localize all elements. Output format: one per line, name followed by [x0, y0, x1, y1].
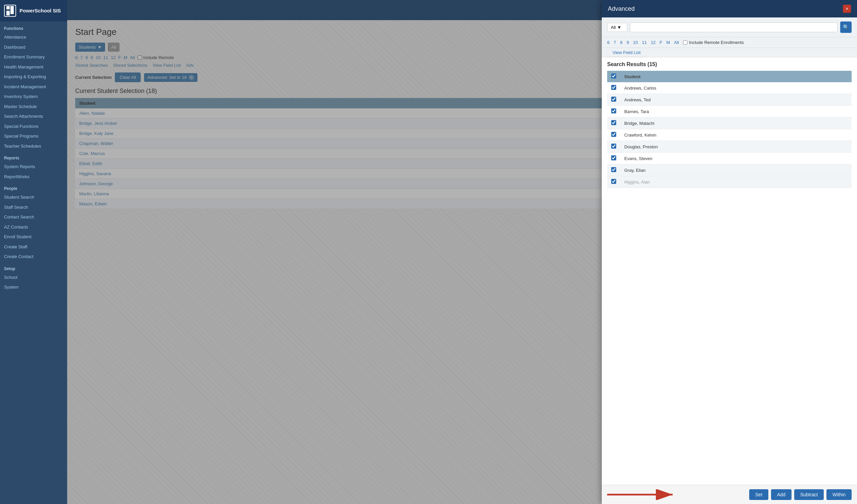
result-checkbox[interactable] [611, 167, 616, 172]
sidebar-item-special-functions[interactable]: Special Functions [0, 121, 67, 132]
panel-grade-8[interactable]: 8 [620, 40, 622, 45]
result-checkbox[interactable] [611, 97, 616, 102]
sidebar-item-health-management[interactable]: Health Management [0, 62, 67, 72]
advanced-panel-body: Search Results (15) Student Andrews, Car… [602, 57, 857, 485]
sidebar-item-create-contact[interactable]: Create Contact [0, 252, 67, 262]
sidebar-item-attendance[interactable]: Attendance [0, 32, 67, 42]
panel-grade-6[interactable]: 6 [607, 40, 609, 45]
set-button[interactable]: Set [749, 489, 768, 500]
add-button[interactable]: Add [771, 489, 791, 500]
select-all-checkbox[interactable] [611, 73, 616, 79]
list-item[interactable]: Andrews, Ted [607, 94, 852, 106]
panel-grade-9[interactable]: 9 [627, 40, 629, 45]
svg-rect-0 [6, 6, 10, 10]
list-item[interactable]: Crawford, Kelvin [607, 129, 852, 141]
sidebar-item-staff-search[interactable]: Staff Search [0, 202, 67, 212]
subtract-button[interactable]: Subtract [794, 489, 824, 500]
reports-section-label: Reports [0, 151, 67, 162]
advanced-panel-footer: Set Add Subtract Within [602, 485, 857, 504]
sidebar-item-contact-search[interactable]: Contact Search [0, 212, 67, 222]
main-content: Start Page Students ▼ All 6 7 8 9 10 11 … [67, 0, 857, 504]
search-results-title: Search Results (15) [607, 62, 852, 67]
red-arrow-container [607, 489, 746, 500]
advanced-panel-grades-row: 6 7 8 9 10 11 12 F M All Include Remote … [602, 37, 857, 48]
panel-grade-7[interactable]: 7 [614, 40, 616, 45]
close-icon: × [845, 6, 848, 12]
list-item[interactable]: Douglas, Preston [607, 141, 852, 153]
sidebar-item-student-search[interactable]: Student Search [0, 192, 67, 202]
include-remote-panel-checkbox[interactable] [683, 40, 687, 45]
panel-grade-11[interactable]: 11 [642, 40, 646, 45]
panel-grade-10[interactable]: 10 [633, 40, 638, 45]
list-item[interactable]: Bridge, Malachi [607, 118, 852, 129]
results-student-header: Student [620, 71, 852, 82]
search-type-dropdown[interactable]: All ▼ [607, 23, 627, 32]
sidebar-item-enrollment-summary[interactable]: Enrollment Summary [0, 52, 67, 62]
advanced-panel: Advanced × All ▼ 🔍 6 7 8 9 10 11 12 F M [602, 0, 857, 504]
sidebar-item-master-schedule[interactable]: Master Schedule [0, 102, 67, 112]
chevron-down-icon: ▼ [617, 25, 621, 30]
list-item[interactable]: Gray, Elian [607, 164, 852, 176]
list-item[interactable]: Andrews, Carlos [607, 82, 852, 94]
sidebar-item-importing-exporting[interactable]: Importing & Exporting [0, 72, 67, 82]
result-checkbox[interactable] [611, 85, 616, 90]
sidebar-item-dashboard[interactable]: Dashboard [0, 42, 67, 52]
svg-rect-1 [6, 11, 10, 15]
panel-search-input[interactable] [630, 22, 838, 32]
powerschool-logo [4, 5, 16, 17]
panel-grade-12[interactable]: 12 [651, 40, 656, 45]
list-item[interactable]: Evans, Steven [607, 153, 852, 164]
within-button[interactable]: Within [826, 489, 852, 500]
sidebar-item-reportworks[interactable]: ReportWorks [0, 172, 67, 182]
sidebar-item-search-attachments[interactable]: Search Attachments [0, 111, 67, 121]
sidebar-item-teacher-schedules[interactable]: Teacher Schedules [0, 141, 67, 151]
panel-grade-f[interactable]: F [659, 40, 662, 45]
result-checkbox[interactable] [611, 132, 616, 137]
panel-grade-all[interactable]: All [674, 40, 679, 45]
results-table: Student Andrews, CarlosAndrews, TedBarne… [607, 71, 852, 188]
list-item[interactable]: Barnes, Tara [607, 106, 852, 118]
svg-rect-2 [11, 6, 14, 14]
sidebar-item-az-contacts[interactable]: AZ Contacts [0, 222, 67, 232]
app-title: PowerSchool SIS [19, 8, 61, 14]
panel-close-button[interactable]: × [843, 5, 851, 13]
sidebar-item-system[interactable]: System [0, 282, 67, 292]
advanced-panel-search-row: All ▼ 🔍 [602, 17, 857, 37]
panel-view-field-list-link[interactable]: View Field List [607, 49, 646, 57]
sidebar-item-inventory-system[interactable]: Inventory System [0, 92, 67, 102]
search-icon: 🔍 [843, 24, 849, 30]
people-section-label: People [0, 181, 67, 192]
sidebar-item-create-staff[interactable]: Create Staff [0, 242, 67, 252]
red-arrow-icon [607, 489, 681, 500]
functions-section-label: Functions [0, 21, 67, 32]
result-checkbox[interactable] [611, 179, 616, 184]
include-remote-panel-label: Include Remote Enrollments [683, 40, 744, 45]
result-checkbox[interactable] [611, 144, 616, 149]
sidebar-item-system-reports[interactable]: System Reports [0, 162, 67, 172]
result-checkbox[interactable] [611, 108, 616, 114]
result-checkbox[interactable] [611, 120, 616, 125]
results-checkbox-header [607, 71, 620, 82]
setup-section-label: Setup [0, 262, 67, 273]
sidebar-item-enroll-student[interactable]: Enroll Student [0, 232, 67, 242]
sidebar-item-incident-management[interactable]: Incident Management [0, 82, 67, 92]
sidebar-item-school[interactable]: School [0, 273, 67, 282]
sidebar-item-special-programs[interactable]: Special Programs [0, 131, 67, 141]
advanced-panel-title: Advanced [608, 5, 635, 13]
panel-grade-m[interactable]: M [666, 40, 670, 45]
result-checkbox[interactable] [611, 155, 616, 160]
sidebar: PowerSchool SIS Functions Attendance Das… [0, 0, 67, 504]
advanced-panel-header: Advanced × [602, 0, 857, 17]
list-item[interactable]: Higgins, Alan [607, 176, 852, 188]
panel-search-button[interactable]: 🔍 [840, 21, 852, 33]
sidebar-header: PowerSchool SIS [0, 0, 67, 21]
